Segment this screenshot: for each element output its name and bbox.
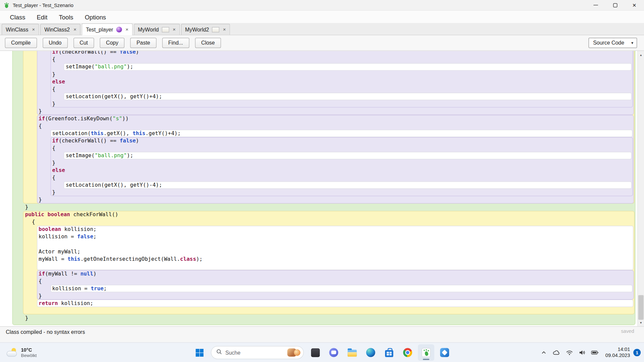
code-line-22[interactable]: } bbox=[25, 203, 29, 211]
code-line-29[interactable]: myWall = this.getOneIntersectingObject(W… bbox=[39, 255, 203, 263]
code-token: this bbox=[91, 130, 104, 136]
scope-box-white bbox=[37, 226, 633, 270]
code-line-35[interactable]: return kollision; bbox=[39, 300, 93, 307]
tab-winclass2[interactable]: WinClass2× bbox=[40, 24, 80, 35]
code-line-18[interactable]: { bbox=[52, 174, 56, 181]
scroll-up-button[interactable]: ▲ bbox=[638, 51, 644, 58]
tab-close-icon[interactable]: × bbox=[172, 27, 176, 32]
code-line-23[interactable]: public boolean checkForWall() bbox=[25, 211, 118, 218]
tab-close-icon[interactable]: × bbox=[31, 27, 35, 32]
cut-button[interactable]: Cut bbox=[73, 38, 94, 48]
widgets-weather-button[interactable]: 10°C Bewölkt bbox=[3, 343, 40, 362]
taskbar-app-chrome[interactable] bbox=[399, 344, 416, 361]
code-token: "ball.png" bbox=[95, 152, 127, 158]
view-selector-dropdown[interactable]: Source Code ▾ bbox=[589, 38, 637, 48]
code-line-8[interactable]: } bbox=[52, 100, 56, 108]
taskbar-app-chat[interactable] bbox=[325, 344, 342, 361]
taskbar-app-photos[interactable] bbox=[436, 344, 453, 361]
tab-winclass[interactable]: WinClass× bbox=[2, 24, 39, 35]
tab-close-icon[interactable]: × bbox=[222, 27, 226, 32]
code-line-1[interactable]: if(checkForWall() == false) bbox=[52, 51, 139, 56]
tray-chevron-up-icon[interactable] bbox=[538, 344, 549, 361]
taskbar-app-pinned-app-dark[interactable] bbox=[307, 344, 323, 361]
paste-button[interactable]: Paste bbox=[130, 38, 156, 48]
menu-tools[interactable]: Tools bbox=[53, 13, 79, 20]
taskbar-app-file-explorer[interactable] bbox=[344, 344, 361, 361]
pinned-app-dark-icon bbox=[311, 348, 320, 357]
code-token: (myWall != bbox=[45, 270, 80, 277]
code-token: null bbox=[80, 270, 93, 277]
tab-close-icon[interactable]: × bbox=[73, 27, 76, 32]
close-button[interactable]: ✕ bbox=[625, 0, 644, 10]
tab-test_player[interactable]: Test_player× bbox=[82, 23, 132, 36]
scrollbar-thumb[interactable] bbox=[638, 295, 644, 319]
battery-icon[interactable] bbox=[589, 344, 601, 361]
wifi-icon[interactable] bbox=[564, 344, 576, 361]
menu-edit[interactable]: Edit bbox=[31, 13, 53, 20]
start-button[interactable] bbox=[191, 344, 208, 361]
code-line-6[interactable]: { bbox=[52, 85, 56, 93]
weather-temperature: 10°C bbox=[21, 347, 37, 353]
code-line-16[interactable]: } bbox=[52, 159, 56, 167]
menu-options[interactable]: Options bbox=[79, 13, 112, 20]
find-button[interactable]: Find... bbox=[162, 38, 189, 48]
code-token: { bbox=[39, 278, 42, 284]
close-button[interactable]: Close bbox=[195, 38, 221, 48]
code-line-11[interactable]: { bbox=[39, 122, 42, 130]
code-line-17[interactable]: else bbox=[52, 167, 65, 174]
search-input[interactable] bbox=[225, 350, 271, 356]
code-line-14[interactable]: { bbox=[52, 144, 56, 152]
code-line-24[interactable]: { bbox=[32, 218, 35, 226]
taskbar-app-microsoft-store[interactable] bbox=[381, 344, 397, 361]
code-area[interactable]: if(checkForWall() == false){setImage("ba… bbox=[0, 51, 637, 326]
code-line-33[interactable]: kollision = true; bbox=[52, 285, 107, 292]
code-line-34[interactable]: } bbox=[39, 292, 42, 300]
compile-button[interactable]: Compile bbox=[5, 38, 37, 48]
code-line-13[interactable]: if(checkForWall() == false) bbox=[52, 137, 139, 144]
tab-myworld2[interactable]: MyWorld2× bbox=[181, 24, 230, 35]
code-line-31[interactable]: if(myWall != null) bbox=[39, 270, 97, 278]
taskbar-search[interactable] bbox=[211, 346, 304, 359]
tab-close-icon[interactable]: × bbox=[125, 27, 128, 32]
code-line-20[interactable]: } bbox=[52, 189, 56, 196]
code-line-12[interactable]: setLocation(this.getX(), this.getY()+4); bbox=[52, 130, 181, 137]
editor-scrollbar[interactable]: ▲ ▼ bbox=[637, 51, 644, 326]
edge-icon bbox=[366, 348, 375, 357]
code-token: } bbox=[52, 160, 56, 166]
tab-myworld[interactable]: MyWorld× bbox=[134, 24, 180, 35]
code-line-3[interactable]: setImage("ball.png"); bbox=[66, 63, 133, 71]
taskbar-app-edge[interactable] bbox=[363, 344, 379, 361]
code-line-28[interactable]: Actor myWall; bbox=[39, 248, 80, 255]
search-art-badge bbox=[294, 349, 301, 356]
code-line-21[interactable]: } bbox=[39, 196, 42, 203]
code-token: kollision = bbox=[52, 285, 91, 291]
code-token: setLocation(getX(), getY()-4); bbox=[66, 182, 162, 188]
code-token: true bbox=[91, 285, 104, 291]
taskbar-clock[interactable]: 14:01 09.04.2023 bbox=[605, 346, 630, 359]
onedrive-cloud-icon[interactable] bbox=[550, 344, 563, 361]
code-line-15[interactable]: setImage("ball.png"); bbox=[66, 152, 133, 159]
code-line-32[interactable]: { bbox=[39, 278, 42, 285]
code-line-5[interactable]: else bbox=[52, 78, 65, 85]
notification-count-badge[interactable]: 1 bbox=[633, 349, 641, 356]
code-line-37[interactable]: } bbox=[25, 314, 29, 322]
code-line-25[interactable]: boolean kollision; bbox=[39, 226, 97, 233]
code-line-10[interactable]: if(Greenfoot.isKeyDown("s")) bbox=[39, 115, 128, 122]
code-line-9[interactable]: } bbox=[39, 108, 42, 115]
code-line-26[interactable]: kollision = false; bbox=[39, 233, 97, 241]
copy-button[interactable]: Copy bbox=[100, 38, 125, 48]
weather-cloud-icon bbox=[7, 348, 17, 357]
code-line-7[interactable]: setLocation(getX(), getY()+4); bbox=[66, 93, 162, 100]
taskbar-app-greenfoot[interactable] bbox=[418, 344, 434, 361]
minimize-button[interactable] bbox=[586, 0, 605, 10]
menu-class[interactable]: Class bbox=[4, 13, 31, 20]
undo-button[interactable]: Undo bbox=[43, 38, 68, 48]
code-line-2[interactable]: { bbox=[52, 56, 56, 63]
code-line-19[interactable]: setLocation(getX(), getY()-4); bbox=[66, 181, 162, 189]
code-line-4[interactable]: } bbox=[52, 71, 56, 78]
volume-icon[interactable] bbox=[576, 344, 588, 361]
tab-label: MyWorld bbox=[138, 26, 159, 33]
code-token: .getOneIntersectingObject(Wall. bbox=[80, 256, 180, 262]
scroll-down-button[interactable]: ▼ bbox=[638, 319, 644, 326]
maximize-button[interactable] bbox=[605, 0, 625, 10]
